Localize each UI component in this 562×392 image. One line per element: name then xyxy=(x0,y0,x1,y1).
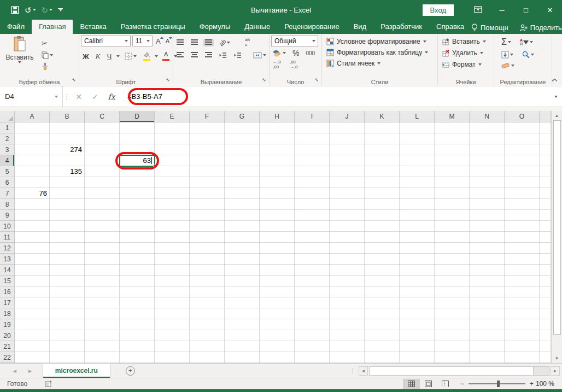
alignment-dialog-launcher[interactable] xyxy=(262,77,267,85)
align-left-button[interactable] xyxy=(175,51,185,59)
cell-K8[interactable] xyxy=(365,199,400,210)
cell-partial-16[interactable] xyxy=(540,286,551,297)
cell-H14[interactable] xyxy=(260,265,295,276)
macro-record-button[interactable] xyxy=(45,381,52,387)
column-header-M[interactable]: M xyxy=(435,111,470,122)
autosum-button[interactable]: Σ xyxy=(500,37,513,48)
cell-A20[interactable] xyxy=(15,330,50,341)
cell-F5[interactable] xyxy=(190,166,225,177)
minimize-button[interactable]: ─ xyxy=(490,0,514,20)
row-header-7[interactable]: 7 xyxy=(0,188,15,199)
cell-J11[interactable] xyxy=(330,232,365,243)
tab-разработчик[interactable]: Разработчик xyxy=(373,20,429,34)
cell-H15[interactable] xyxy=(260,276,295,286)
horizontal-scroll-track[interactable] xyxy=(369,366,549,376)
cell-G21[interactable] xyxy=(225,341,260,352)
cell-G2[interactable] xyxy=(225,133,260,144)
cell-F13[interactable] xyxy=(190,254,225,265)
align-middle-button[interactable] xyxy=(189,39,200,46)
cell-N7[interactable] xyxy=(470,188,505,199)
cell-K19[interactable] xyxy=(365,319,400,330)
cell-B1[interactable] xyxy=(50,122,85,133)
cell-J15[interactable] xyxy=(330,276,365,286)
cell-A15[interactable] xyxy=(15,276,50,286)
cell-partial-2[interactable] xyxy=(540,133,551,144)
cell-N17[interactable] xyxy=(470,297,505,308)
cell-partial-6[interactable] xyxy=(540,177,551,188)
cell-D22[interactable] xyxy=(120,352,155,363)
cell-E1[interactable] xyxy=(155,122,190,133)
cell-partial-19[interactable] xyxy=(540,319,551,330)
cell-A11[interactable] xyxy=(15,232,50,243)
cell-C2[interactable] xyxy=(85,133,120,144)
cell-partial-3[interactable] xyxy=(540,144,551,155)
clipboard-dialog-launcher[interactable] xyxy=(72,77,77,85)
expand-formula-bar-button[interactable] xyxy=(554,86,558,107)
cell-M22[interactable] xyxy=(435,352,470,363)
cell-C21[interactable] xyxy=(85,341,120,352)
format-cells-button[interactable]: Формат xyxy=(442,61,492,68)
row-header-15[interactable]: 15 xyxy=(0,276,15,286)
cell-I1[interactable] xyxy=(295,122,330,133)
cell-D20[interactable] xyxy=(120,330,155,341)
column-header-A[interactable]: A xyxy=(15,111,50,122)
cell-G7[interactable] xyxy=(225,188,260,199)
cell-G19[interactable] xyxy=(225,319,260,330)
cell-O20[interactable] xyxy=(505,330,540,341)
cell-M20[interactable] xyxy=(435,330,470,341)
cell-K14[interactable] xyxy=(365,265,400,276)
horizontal-scroll-thumb[interactable] xyxy=(370,367,534,375)
cell-F4[interactable] xyxy=(190,155,225,166)
new-sheet-button[interactable]: + xyxy=(126,364,135,378)
cell-E10[interactable] xyxy=(155,221,190,232)
column-header-N[interactable]: N xyxy=(470,111,505,122)
cell-A19[interactable] xyxy=(15,319,50,330)
format-painter-button[interactable] xyxy=(40,62,55,71)
cell-K17[interactable] xyxy=(365,297,400,308)
cell-H20[interactable] xyxy=(260,330,295,341)
cell-B20[interactable] xyxy=(50,330,85,341)
cell-H4[interactable] xyxy=(260,155,295,166)
tab-данные[interactable]: Данные xyxy=(237,20,277,34)
increase-font-button[interactable]: A xyxy=(154,37,162,45)
cell-D19[interactable] xyxy=(120,319,155,330)
cell-E17[interactable] xyxy=(155,297,190,308)
cell-B12[interactable] xyxy=(50,243,85,254)
cell-L3[interactable] xyxy=(400,144,435,155)
cell-A2[interactable] xyxy=(15,133,50,144)
cell-I16[interactable] xyxy=(295,286,330,297)
cell-H6[interactable] xyxy=(260,177,295,188)
cell-E12[interactable] xyxy=(155,243,190,254)
cell-partial-10[interactable] xyxy=(540,221,551,232)
column-header-H[interactable]: H xyxy=(260,111,295,122)
cell-E16[interactable] xyxy=(155,286,190,297)
comma-style-button[interactable]: 000 xyxy=(304,50,317,56)
cell-D17[interactable] xyxy=(120,297,155,308)
cell-B7[interactable] xyxy=(50,188,85,199)
row-header-19[interactable]: 19 xyxy=(0,319,15,330)
cell-D3[interactable] xyxy=(120,144,155,155)
cell-N4[interactable] xyxy=(470,155,505,166)
cell-H18[interactable] xyxy=(260,308,295,319)
cell-K22[interactable] xyxy=(365,352,400,363)
cell-M14[interactable] xyxy=(435,265,470,276)
cell-I21[interactable] xyxy=(295,341,330,352)
cell-M15[interactable] xyxy=(435,276,470,286)
cell-K5[interactable] xyxy=(365,166,400,177)
font-name-combo[interactable]: Calibri xyxy=(81,36,131,46)
column-header-J[interactable]: J xyxy=(330,111,365,122)
cell-J4[interactable] xyxy=(330,155,365,166)
cell-J13[interactable] xyxy=(330,254,365,265)
cell-I20[interactable] xyxy=(295,330,330,341)
cell-F11[interactable] xyxy=(190,232,225,243)
cell-G8[interactable] xyxy=(225,199,260,210)
cell-O22[interactable] xyxy=(505,352,540,363)
cell-I5[interactable] xyxy=(295,166,330,177)
cell-L21[interactable] xyxy=(400,341,435,352)
cell-O18[interactable] xyxy=(505,308,540,319)
cell-N16[interactable] xyxy=(470,286,505,297)
tab-вид[interactable]: Вид xyxy=(347,20,374,34)
font-color-button[interactable]: А xyxy=(161,51,171,61)
cell-B10[interactable] xyxy=(50,221,85,232)
cell-E6[interactable] xyxy=(155,177,190,188)
